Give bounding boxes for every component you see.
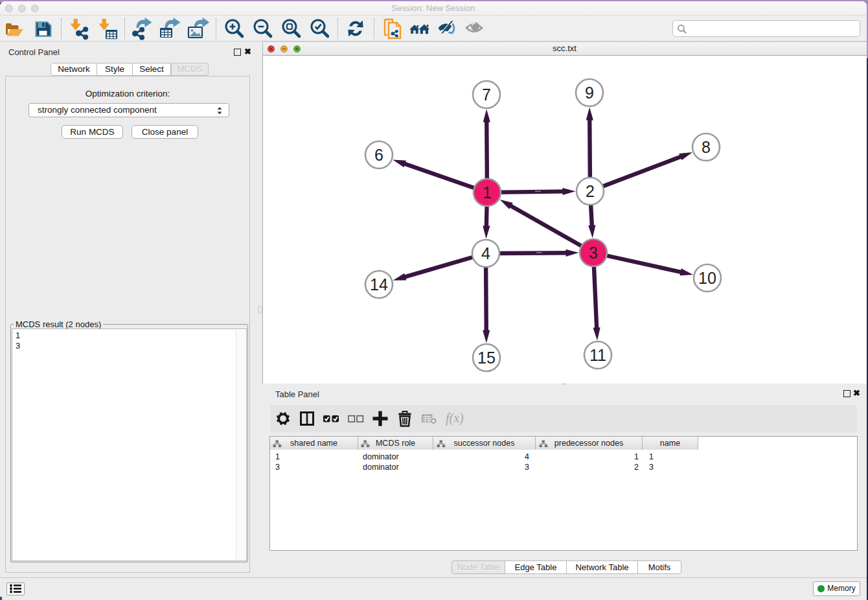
- svg-text:7: 7: [482, 86, 491, 104]
- svg-text:10: 10: [698, 269, 716, 287]
- svg-text:8: 8: [702, 138, 711, 156]
- svg-text:9: 9: [585, 84, 594, 102]
- svg-text:14: 14: [370, 275, 388, 294]
- svg-text:11: 11: [589, 346, 606, 364]
- svg-text:4: 4: [481, 244, 490, 262]
- svg-text:2: 2: [586, 182, 595, 200]
- svg-text:1: 1: [483, 183, 492, 202]
- svg-text:3: 3: [589, 244, 598, 262]
- svg-text:6: 6: [374, 146, 383, 164]
- svg-text:15: 15: [477, 349, 496, 367]
